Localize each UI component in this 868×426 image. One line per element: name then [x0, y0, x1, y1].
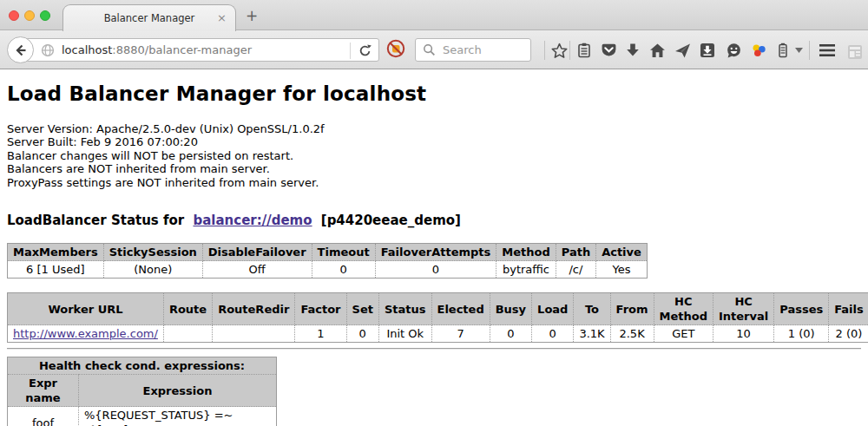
table-header-row: MaxMembers StickySession DisableFailover… [8, 244, 648, 261]
reload-button[interactable] [358, 43, 372, 62]
send-paper-plane-icon[interactable] [674, 42, 691, 59]
pocket-icon[interactable] [600, 42, 617, 59]
browser-chrome: Balancer Manager × + localhost:8880/bala… [0, 0, 868, 69]
home-icon[interactable] [648, 42, 666, 59]
cell-routeredir [213, 325, 295, 343]
tab-bar: Balancer Manager × + [0, 0, 868, 30]
server-version-line: Server Version: Apache/2.5.0-dev (Unix) … [7, 122, 861, 135]
back-button[interactable] [7, 36, 34, 63]
cell-fails: 2 (0) [829, 325, 868, 343]
colored-dots-extension-icon[interactable] [750, 42, 767, 59]
url-path: :8880/balancer-manager [112, 43, 252, 56]
cell-path: /c/ [556, 261, 595, 279]
cell-maxmembers: 6 [1 Used] [8, 261, 104, 279]
inherit-notice-line: Balancers are NOT inherited from main se… [7, 162, 861, 175]
cell-load: 0 [532, 325, 574, 343]
page-title: Load Balancer Manager for localhost [7, 82, 861, 105]
col-to: To [574, 293, 610, 325]
cell-active: Yes [596, 261, 648, 279]
clipboard-icon[interactable] [575, 42, 593, 59]
col-set: Set [346, 293, 378, 325]
col-elected: Elected [431, 293, 490, 325]
balancer-params-table: MaxMembers StickySession DisableFailover… [7, 243, 648, 279]
table-title-row: Health check cond. expressions: [8, 357, 277, 375]
col-disablefailover: DisableFailover [202, 244, 312, 261]
downloads-icon[interactable] [624, 42, 641, 59]
cell-failoverattempts: 0 [375, 261, 496, 279]
search-bar[interactable] [415, 38, 531, 62]
col-factor: Factor [295, 293, 346, 325]
chat-smiley-icon[interactable] [725, 42, 742, 59]
menu-hamburger-icon[interactable] [819, 42, 836, 59]
url-domain: localhost [62, 43, 112, 56]
cell-route [163, 325, 212, 343]
col-failoverattempts: FailoverAttempts [375, 244, 496, 261]
col-hc-interval: HC Interval [713, 293, 773, 325]
back-arrow-icon [14, 43, 28, 57]
url-bar[interactable]: localhost:8880/balancer-manager [21, 38, 379, 62]
content-blocker-icon[interactable] [385, 38, 406, 59]
persist-notice-line: Balancer changes will NOT be persisted o… [7, 149, 861, 162]
col-active: Active [596, 244, 648, 261]
health-check-table: Health check cond. expressions: Expr nam… [7, 357, 277, 426]
col-fails: Fails [829, 293, 868, 325]
battery-extension-icon[interactable] [774, 42, 792, 59]
window-minimize-button[interactable] [24, 10, 35, 21]
page-content: Load Balancer Manager for localhost Serv… [0, 82, 868, 426]
toolbar-divider [569, 41, 570, 60]
navigation-toolbar: localhost:8880/balancer-manager [0, 30, 868, 69]
cell-hc-interval: 10 [713, 325, 773, 343]
cell-passes: 1 (0) [774, 325, 829, 343]
new-tab-button[interactable]: + [246, 7, 258, 24]
table-row: foof %{REQUEST_STATUS} =~ /^[234]/ [8, 407, 277, 426]
cell-status: Init Ok [378, 325, 431, 343]
col-maxmembers: MaxMembers [8, 244, 104, 261]
overflow-caret-icon[interactable] [793, 42, 804, 59]
search-input[interactable] [441, 43, 519, 57]
col-timeout: Timeout [312, 244, 375, 261]
toolbar-divider [544, 41, 545, 60]
col-expression: Expression [79, 375, 277, 407]
window-zoom-button[interactable] [40, 10, 50, 21]
proxypass-notice-line: ProxyPass settings are NOT inherited fro… [7, 176, 861, 189]
cell-elected: 7 [431, 325, 490, 343]
status-heading-prefix: LoadBalancer Status for [7, 213, 184, 228]
search-icon [423, 43, 436, 56]
col-method: Method [496, 244, 556, 261]
col-expr-name: Expr name [8, 375, 79, 407]
col-from: From [610, 293, 654, 325]
status-heading-suffix: [p4420eeae_demo] [321, 213, 461, 228]
cell-method: bytraffic [496, 261, 556, 279]
tab-title: Balancer Manager [104, 12, 195, 24]
cell-timeout: 0 [312, 261, 375, 279]
reader-grid-icon[interactable] [846, 43, 864, 61]
bookmark-star-icon[interactable] [550, 42, 568, 59]
tab-close-icon[interactable]: × [217, 11, 227, 25]
col-hc-method: HC Method [654, 293, 713, 325]
table-header-row: Worker URL Route RouteRedir Factor Set S… [8, 293, 868, 325]
worker-url-link[interactable]: http://www.example.com/ [13, 327, 158, 340]
worker-status-table: Worker URL Route RouteRedir Factor Set S… [7, 292, 868, 343]
urlbar-divider [350, 43, 351, 59]
col-path: Path [556, 244, 595, 261]
health-table-title: Health check cond. expressions: [8, 357, 277, 375]
table-header-row: Expr name Expression [8, 375, 277, 407]
col-worker-url: Worker URL [8, 293, 164, 325]
section-divider [7, 348, 861, 350]
server-info: Server Version: Apache/2.5.0-dev (Unix) … [7, 122, 861, 189]
col-routeredir: RouteRedir [213, 293, 295, 325]
balancer-demo-link[interactable]: balancer://demo [193, 213, 312, 228]
cell-set: 0 [346, 325, 378, 343]
col-busy: Busy [490, 293, 531, 325]
table-row: http://www.example.com/ 1 0 Init Ok 7 0 … [8, 325, 868, 343]
cell-stickysession: (None) [103, 261, 202, 279]
col-passes: Passes [774, 293, 829, 325]
tab-balancer-manager[interactable]: Balancer Manager × [62, 4, 236, 31]
col-status: Status [378, 293, 431, 325]
cell-factor: 1 [295, 325, 346, 343]
col-stickysession: StickySession [103, 244, 202, 261]
window-close-button[interactable] [9, 10, 19, 21]
table-row: 6 [1 Used] (None) Off 0 0 bytraffic /c/ … [8, 261, 648, 279]
download-manager-icon[interactable] [699, 42, 716, 59]
reload-icon [358, 43, 372, 58]
